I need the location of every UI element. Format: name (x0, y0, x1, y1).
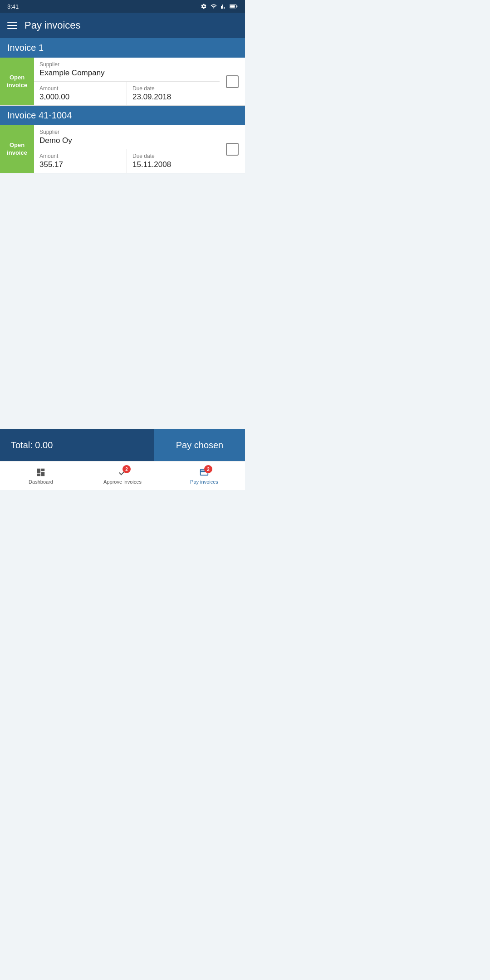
invoice-1-duedate-value: 23.09.2018 (132, 93, 214, 102)
invoice-1-card: Open invoice Supplier Example Company Am… (0, 58, 245, 106)
invoice-1-duedate-cell: Due date 23.09.2018 (127, 82, 220, 105)
invoice-section-1: Invoice 1 Open invoice Supplier Example … (0, 38, 245, 106)
invoice-1-status: Open invoice (0, 58, 34, 105)
invoice-41-1004-amount-row: Amount 355.17 Due date 15.11.2008 (34, 149, 220, 173)
invoice-41-1004-checkbox-col[interactable] (220, 125, 245, 173)
status-time: 3:41 (7, 3, 19, 10)
status-bar: 3:41 (0, 0, 245, 13)
nav-item-pay-invoices[interactable]: 2 Pay invoices (163, 461, 245, 490)
invoice-1-supplier-value: Example Company (39, 69, 214, 78)
invoice-1-amount-cell: Amount 3,000.00 (34, 82, 127, 105)
invoice-41-1004-header: Invoice 41-1004 (0, 106, 245, 125)
app-bar: Pay invoices (0, 13, 245, 38)
invoice-1-supplier-row: Supplier Example Company (34, 58, 220, 82)
invoice-section-41-1004: Invoice 41-1004 Open invoice Supplier De… (0, 106, 245, 173)
svg-rect-2 (236, 5, 237, 7)
invoice-41-1004-card: Open invoice Supplier Demo Oy Amount 355… (0, 125, 245, 173)
content-area (0, 173, 245, 429)
pay-chosen-label: Pay chosen (176, 440, 224, 451)
nav-dashboard-label: Dashboard (29, 479, 53, 485)
dashboard-icon (34, 467, 47, 478)
invoice-1-header: Invoice 1 (0, 38, 245, 58)
nav-pay-label: Pay invoices (190, 479, 218, 485)
invoice-1-duedate-label: Due date (132, 85, 214, 92)
invoice-41-1004-amount-value: 355.17 (39, 160, 121, 169)
invoice-41-1004-details: Supplier Demo Oy Amount 355.17 Due date … (34, 125, 220, 173)
bottom-action-bar: Total: 0.00 Pay chosen (0, 429, 245, 461)
nav-item-approve-invoices[interactable]: 2 Approve invoices (82, 461, 163, 490)
invoice-41-1004-duedate-cell: Due date 15.11.2008 (127, 149, 220, 173)
approve-badge: 2 (122, 465, 131, 473)
menu-button[interactable] (7, 22, 17, 29)
invoice-1-details: Supplier Example Company Amount 3,000.00… (34, 58, 220, 105)
nav-item-dashboard[interactable]: Dashboard (0, 461, 82, 490)
invoice-41-1004-checkbox[interactable] (226, 143, 239, 156)
bottom-nav: Dashboard 2 Approve invoices 2 Pay invoi… (0, 461, 245, 490)
invoice-1-supplier-label: Supplier (39, 61, 214, 68)
total-label: Total: 0.00 (11, 440, 53, 451)
status-icons (201, 3, 238, 10)
invoice-41-1004-supplier-value: Demo Oy (39, 136, 214, 145)
pay-icon: 2 (198, 467, 211, 478)
invoice-1-amount-row: Amount 3,000.00 Due date 23.09.2018 (34, 82, 220, 105)
pay-chosen-button[interactable]: Pay chosen (154, 429, 245, 461)
signal-status-icon (220, 3, 226, 10)
invoice-41-1004-amount-label: Amount (39, 153, 121, 159)
invoice-1-checkbox-col[interactable] (220, 58, 245, 105)
invoice-1-amount-value: 3,000.00 (39, 93, 121, 102)
invoice-41-1004-amount-cell: Amount 355.17 (34, 149, 127, 173)
invoice-41-1004-duedate-label: Due date (132, 153, 214, 159)
nav-approve-label: Approve invoices (103, 479, 142, 485)
page-title: Pay invoices (24, 20, 81, 31)
approve-icon: 2 (116, 467, 129, 478)
invoice-41-1004-duedate-value: 15.11.2008 (132, 160, 214, 169)
total-section: Total: 0.00 (0, 429, 154, 461)
battery-status-icon (230, 3, 238, 10)
invoice-41-1004-status: Open invoice (0, 125, 34, 173)
settings-status-icon (201, 3, 207, 10)
wifi-status-icon (211, 3, 217, 10)
invoice-1-amount-label: Amount (39, 85, 121, 92)
pay-badge: 2 (204, 465, 212, 473)
svg-rect-1 (230, 5, 235, 7)
invoice-41-1004-supplier-row: Supplier Demo Oy (34, 125, 220, 149)
invoice-1-checkbox[interactable] (226, 75, 239, 88)
invoice-41-1004-supplier-label: Supplier (39, 129, 214, 135)
